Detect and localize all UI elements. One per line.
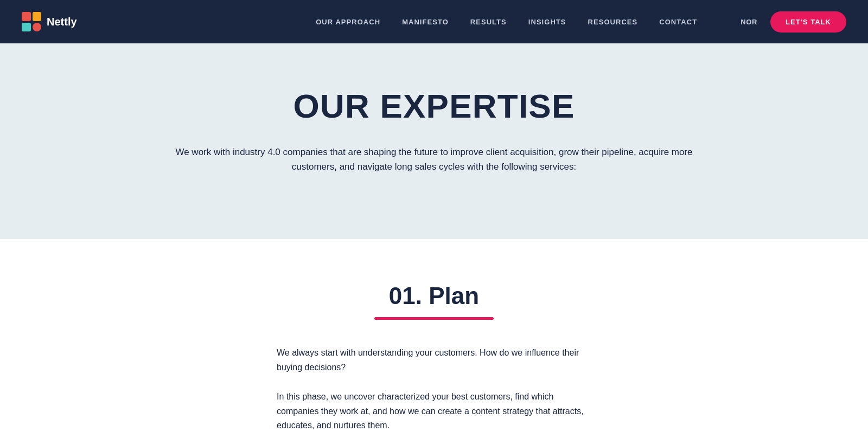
- plan-intro: We always start with understanding your …: [277, 346, 591, 375]
- nav-links: OUR APPROACH MANIFESTO RESULTS INSIGHTS …: [316, 17, 697, 27]
- nav-insights[interactable]: INSIGHTS: [528, 18, 566, 26]
- logo[interactable]: Nettly: [22, 12, 77, 31]
- nav-resources[interactable]: RESOURCES: [588, 18, 638, 26]
- plan-heading: 01. Plan: [389, 282, 479, 310]
- nav-contact[interactable]: CONTACT: [659, 18, 697, 26]
- nav-manifesto[interactable]: MANIFESTO: [402, 18, 449, 26]
- logo-sq-3: [22, 23, 31, 32]
- logo-icon: [22, 12, 41, 31]
- plan-detail: In this phase, we uncover characterized …: [277, 390, 591, 433]
- logo-text: Nettly: [47, 16, 77, 28]
- nav-right: NOR LET'S TALK: [741, 11, 846, 33]
- nav-language[interactable]: NOR: [741, 18, 757, 26]
- logo-sq-4: [33, 23, 42, 32]
- plan-content: We always start with understanding your …: [277, 346, 591, 438]
- hero-title: OUR EXPERTISE: [22, 87, 846, 125]
- nav-our-approach[interactable]: OUR APPROACH: [316, 18, 380, 26]
- plan-section: 01. Plan We always start with understand…: [0, 239, 868, 438]
- logo-sq-1: [22, 12, 31, 21]
- plan-underline: [374, 317, 494, 320]
- hero-section: OUR EXPERTISE We work with industry 4.0 …: [0, 43, 868, 239]
- hero-description: We work with industry 4.0 companies that…: [174, 145, 694, 174]
- nav-results[interactable]: RESULTS: [470, 18, 507, 26]
- lets-talk-button[interactable]: LET'S TALK: [770, 11, 846, 33]
- logo-sq-2: [33, 12, 42, 21]
- navbar: Nettly OUR APPROACH MANIFESTO RESULTS IN…: [0, 0, 868, 43]
